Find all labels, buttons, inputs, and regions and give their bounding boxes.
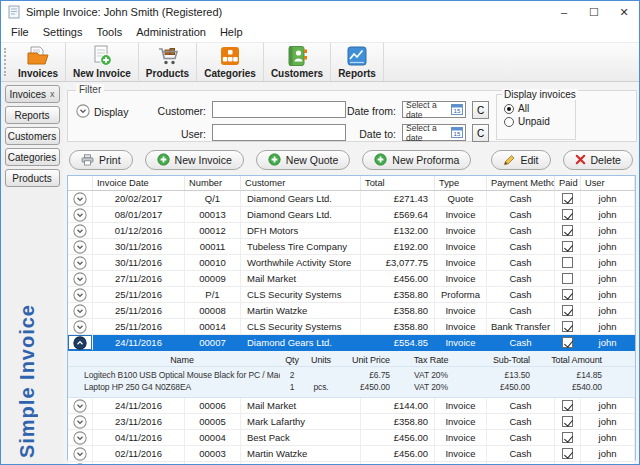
paid-checkbox[interactable]	[562, 257, 573, 268]
invoices-folder-icon	[26, 44, 50, 68]
tab-close-icon[interactable]: x	[50, 89, 55, 99]
calendar-icon[interactable]: 15	[451, 126, 463, 140]
menu-item-settings[interactable]: Settings	[36, 23, 90, 42]
toolbar-new-invoice-button[interactable]: New Invoice	[66, 43, 139, 81]
paid-checkbox[interactable]	[562, 448, 573, 459]
expand-row-button[interactable]	[73, 288, 87, 302]
new-quote-button[interactable]: New Quote	[256, 150, 351, 170]
line-items-header-filler	[610, 354, 635, 366]
date-to-field[interactable]: Select a date 15	[402, 124, 466, 141]
sidebar-tab-reports[interactable]: Reports	[5, 106, 60, 124]
collapse-row-button[interactable]	[73, 336, 87, 350]
expand-row-button[interactable]	[73, 399, 87, 413]
paid-checkbox[interactable]	[562, 432, 573, 443]
invoice-row[interactable]: 08/01/201700013Diamond Gears Ltd.£569.64…	[68, 207, 635, 223]
maximize-button[interactable]: ☐	[579, 1, 609, 23]
delete-button[interactable]: Delete	[563, 150, 633, 170]
menu-item-help[interactable]: Help	[213, 23, 250, 42]
radio-option-all[interactable]: All	[504, 103, 575, 114]
paid-checkbox[interactable]	[562, 321, 573, 332]
invoice-row[interactable]: 01/12/201600012DFH Motors£132.00InvoiceC…	[68, 223, 635, 239]
invoice-row[interactable]: 25/11/201600014CLS Security Systems£358.…	[68, 319, 635, 335]
customer-input[interactable]	[212, 101, 346, 118]
column-header-user[interactable]: User	[581, 176, 635, 190]
total-cell: £3,077.75	[361, 255, 435, 270]
expand-row-button[interactable]	[73, 208, 87, 222]
clear-date-from-button[interactable]: C	[472, 101, 489, 119]
invoice-row[interactable]: 30/11/201600011Tubeless Tire Company£192…	[68, 239, 635, 255]
display-toggle-button[interactable]: Display	[76, 104, 128, 120]
invoice-row[interactable]: 27/11/201600009Mail Market£456.00Invoice…	[68, 271, 635, 287]
expand-row-button[interactable]	[73, 240, 87, 254]
menu-item-file[interactable]: File	[4, 23, 36, 42]
column-header-payment-method[interactable]: Payment Method	[487, 176, 555, 190]
column-header-invoice-date[interactable]: Invoice Date	[93, 176, 185, 190]
paid-checkbox[interactable]	[562, 273, 573, 284]
date-from-label: Date from:	[332, 105, 396, 117]
invoice-row[interactable]: 30/11/201600010Worthwhile Activity Store…	[68, 255, 635, 271]
expand-row-button[interactable]	[73, 320, 87, 334]
invoice-date-cell: 01/12/2016	[93, 223, 185, 238]
column-header-customer[interactable]: Customer	[241, 176, 361, 190]
column-header-total[interactable]: Total	[361, 176, 435, 190]
toolbar-invoices-button[interactable]: Invoices	[11, 43, 66, 81]
expand-row-button[interactable]	[73, 272, 87, 286]
invoice-row[interactable]: 23/11/201600005Mark Lafarthy£358.80Invoi…	[68, 414, 635, 430]
new-proforma-button[interactable]: New Proforma	[362, 150, 471, 170]
date-from-field[interactable]: Select a date 15	[402, 101, 466, 118]
expand-row-button[interactable]	[73, 304, 87, 318]
invoice-row[interactable]: 02/11/201600003Martin Watzke£456.00Invoi…	[68, 446, 635, 462]
calendar-icon[interactable]: 15	[451, 103, 463, 117]
paid-checkbox[interactable]	[562, 305, 573, 316]
user-input[interactable]	[212, 124, 346, 141]
column-header-paid[interactable]: Paid	[555, 176, 581, 190]
invoice-row[interactable]: 20/02/2017Q/1Diamond Gears Ltd.£271.43Qu…	[68, 191, 635, 207]
invoice-row[interactable]: 24/11/201600007Diamond Gears Ltd.£554.85…	[68, 335, 635, 351]
toolbar-grip[interactable]	[4, 48, 9, 76]
invoice-row[interactable]: 24/11/201600006Mail Market£144.00Invoice…	[68, 398, 635, 414]
invoice-number-cell: 00012	[185, 223, 241, 238]
sidebar-tab-categories[interactable]: Categories	[5, 148, 60, 166]
edit-button[interactable]: Edit	[491, 150, 550, 170]
expand-row-button[interactable]	[73, 415, 87, 429]
invoice-row[interactable]: 25/11/2016P/1CLS Security Systems£358.80…	[68, 287, 635, 303]
paid-checkbox[interactable]	[562, 209, 573, 220]
expand-row-button[interactable]	[73, 256, 87, 270]
expand-row-button[interactable]	[73, 192, 87, 206]
paid-checkbox[interactable]	[562, 193, 573, 204]
column-header-number[interactable]: Number	[185, 176, 241, 190]
menu-item-tools[interactable]: Tools	[89, 23, 129, 42]
toolbar-products-button[interactable]: Products	[139, 43, 197, 81]
sidebar-tab-invoices[interactable]: Invoicesx	[5, 85, 60, 103]
toolbar-customers-button[interactable]: Customers	[264, 43, 331, 81]
new-invoice-button[interactable]: New Invoice	[145, 150, 244, 170]
paid-checkbox[interactable]	[562, 416, 573, 427]
close-button[interactable]: ✕	[609, 1, 639, 23]
invoice-row[interactable]: 25/11/201600008Martin Watzke£358.80Invoi…	[68, 303, 635, 319]
toolbar-categories-button[interactable]: Categories	[197, 43, 264, 81]
clear-date-to-button[interactable]: C	[472, 124, 489, 142]
paid-checkbox[interactable]	[562, 400, 573, 411]
invoice-row[interactable]: 04/11/201600004Best Pack£456.00InvoiceCa…	[68, 430, 635, 446]
invoice-date-cell: 24/11/2016	[93, 398, 185, 413]
column-header-type[interactable]: Type	[435, 176, 487, 190]
customer-cell: Diamond Gears Ltd.	[241, 207, 361, 222]
radio-option-unpaid[interactable]: Unpaid	[504, 116, 575, 127]
sidebar-tab-customers[interactable]: Customers	[5, 127, 60, 145]
customer-cell: CLS Security Systems	[241, 287, 361, 302]
expand-row-button[interactable]	[73, 431, 87, 445]
sidebar-tab-label: Categories	[8, 152, 56, 163]
sidebar-tab-products[interactable]: Products	[5, 169, 60, 187]
paid-checkbox[interactable]	[562, 225, 573, 236]
minimize-button[interactable]: –	[549, 1, 579, 23]
print-button[interactable]: Print	[69, 150, 133, 170]
paid-checkbox[interactable]	[562, 289, 573, 300]
expand-row-button[interactable]	[73, 447, 87, 461]
line-item-sub: £450.00	[464, 381, 538, 393]
toolbar-reports-button[interactable]: Reports	[331, 43, 384, 81]
payment-method-cell: Cash	[487, 287, 555, 302]
paid-checkbox[interactable]	[562, 337, 573, 348]
menu-item-administration[interactable]: Administration	[129, 23, 213, 42]
paid-checkbox[interactable]	[562, 241, 573, 252]
expand-row-button[interactable]	[73, 224, 87, 238]
